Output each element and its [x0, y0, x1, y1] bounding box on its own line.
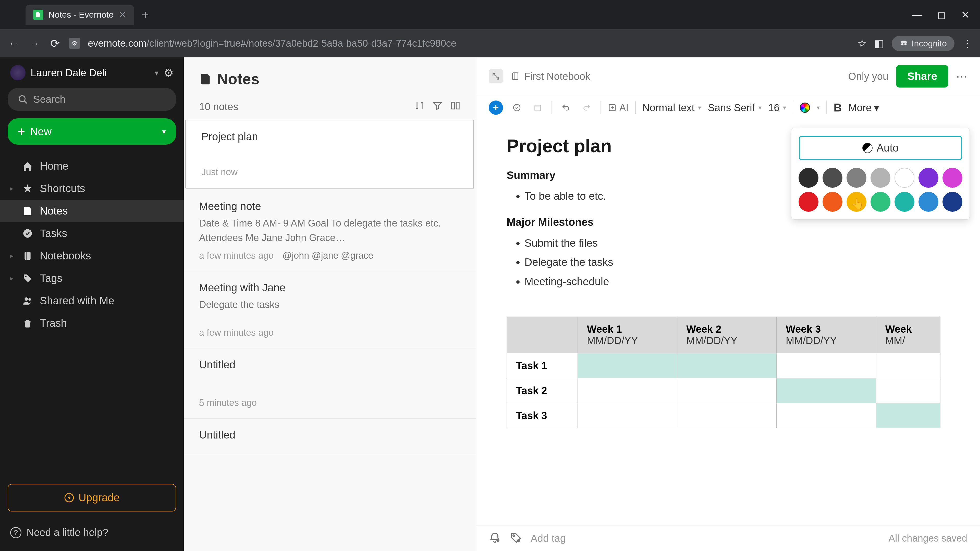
color-swatch[interactable] — [942, 168, 963, 188]
minimize-icon[interactable]: — — [912, 9, 922, 21]
search-input[interactable]: Search — [8, 88, 176, 111]
avatar — [10, 65, 25, 80]
table-header-cell[interactable]: Week 3MM/DD/YY — [776, 317, 876, 353]
tab-close-icon[interactable]: ✕ — [119, 10, 126, 20]
color-swatch[interactable] — [942, 192, 963, 212]
color-swatch[interactable]: 👆 — [846, 192, 866, 212]
sidebar-item-tasks[interactable]: Tasks — [0, 222, 184, 245]
visibility-label[interactable]: Only you — [848, 71, 888, 82]
sidebar-item-notebooks[interactable]: ▸ Notebooks — [0, 245, 184, 267]
sidebar-item-trash[interactable]: Trash — [0, 312, 184, 334]
insert-button[interactable] — [489, 100, 503, 115]
color-swatch[interactable] — [918, 168, 939, 188]
upgrade-button[interactable]: Upgrade — [8, 484, 176, 511]
editor-header: First Notebook Only you Share ⋯ — [476, 57, 980, 95]
color-swatch[interactable] — [846, 168, 866, 188]
text-color-button[interactable] — [800, 103, 810, 113]
sidebar-item-home[interactable]: Home — [0, 155, 184, 177]
color-swatch[interactable] — [799, 192, 818, 212]
note-card[interactable]: Meeting note Date & Time 8 AM- 9 AM Goal… — [184, 190, 476, 272]
sort-icon[interactable] — [414, 100, 425, 113]
table-row[interactable]: Task 1 — [507, 353, 940, 378]
color-swatch[interactable] — [799, 168, 818, 188]
table-header-cell[interactable]: WeekMM/ — [876, 317, 940, 353]
font-size-dropdown[interactable]: 16 ▾ — [768, 102, 786, 114]
bold-button[interactable]: B — [834, 101, 842, 114]
color-swatch[interactable] — [822, 168, 842, 188]
people-icon — [22, 295, 33, 306]
sidebar-item-tags[interactable]: ▸ Tags — [0, 267, 184, 289]
text-style-dropdown[interactable]: Normal text ▾ — [642, 102, 701, 114]
color-auto-button[interactable]: Auto — [799, 136, 962, 160]
table-row[interactable]: Task 3 — [507, 403, 940, 428]
calendar-button[interactable] — [531, 100, 545, 115]
color-swatch[interactable] — [894, 192, 915, 212]
color-swatch[interactable] — [870, 192, 891, 212]
table-header-cell[interactable]: Week 2MM/DD/YY — [677, 317, 776, 353]
bullet-item[interactable]: Submit the files — [525, 233, 950, 253]
bullet-item[interactable]: Meeting-schedule — [525, 272, 950, 291]
side-panel-icon[interactable]: ◧ — [874, 38, 884, 49]
expand-triangle-icon[interactable]: ▸ — [10, 275, 15, 282]
expand-triangle-icon[interactable]: ▸ — [10, 185, 15, 192]
table-header-cell[interactable]: Week 1MM/DD/YY — [578, 317, 677, 353]
color-swatch[interactable] — [918, 192, 939, 212]
sparkle-icon — [608, 103, 617, 112]
sidebar-item-shortcuts[interactable]: ▸ Shortcuts — [0, 177, 184, 200]
new-note-button[interactable]: + New ▾ — [8, 118, 176, 144]
note-card[interactable]: Untitled 5 minutes ago — [184, 348, 476, 419]
sidebar-item-shared[interactable]: Shared with Me — [0, 289, 184, 312]
color-swatch[interactable] — [894, 168, 915, 188]
color-swatch[interactable] — [822, 192, 842, 212]
note-card[interactable]: Project plan Just now — [185, 120, 474, 189]
reminder-icon[interactable]: + — [489, 532, 502, 545]
site-info-icon[interactable]: ⚙ — [69, 38, 80, 49]
ai-button[interactable]: AI — [608, 102, 628, 113]
editor-footer: + + Add tag All changes saved — [476, 525, 980, 551]
note-card[interactable]: Meeting with Jane Delegate the tasks a f… — [184, 272, 476, 348]
table-header-cell[interactable] — [507, 317, 578, 353]
chevron-down-icon[interactable]: ▾ — [817, 104, 820, 111]
svg-line-3 — [24, 101, 27, 103]
expand-button[interactable] — [489, 69, 503, 83]
font-family-dropdown[interactable]: Sans Serif ▾ — [708, 102, 762, 114]
url-field[interactable]: evernote.com/client/web?login=true#/note… — [88, 38, 850, 49]
add-tag-input[interactable]: Add tag — [531, 533, 881, 544]
note-card[interactable]: Untitled — [184, 419, 476, 455]
add-tag-icon[interactable]: + — [510, 532, 523, 545]
back-button[interactable]: ← — [8, 37, 21, 50]
notebook-selector[interactable]: First Notebook — [511, 71, 590, 82]
sidebar-item-notes[interactable]: Notes — [0, 200, 184, 222]
svg-rect-5 — [24, 252, 30, 260]
bookmark-star-icon[interactable]: ☆ — [858, 38, 867, 49]
project-table[interactable]: Week 1MM/DD/YY Week 2MM/DD/YY Week 3MM/D… — [507, 317, 940, 428]
lightning-icon — [64, 492, 74, 503]
reload-button[interactable]: ⟳ — [48, 37, 61, 50]
browser-tab[interactable]: Notes - Evernote ✕ — [25, 5, 134, 25]
undo-button[interactable] — [558, 100, 573, 115]
color-swatch[interactable] — [870, 168, 891, 188]
svg-rect-12 — [456, 102, 459, 109]
task-button[interactable] — [510, 100, 524, 115]
filter-icon[interactable] — [432, 100, 442, 113]
forward-button[interactable]: → — [28, 37, 41, 50]
expand-triangle-icon[interactable]: ▸ — [10, 252, 15, 259]
table-row[interactable]: Task 2 — [507, 378, 940, 403]
svg-point-7 — [25, 276, 27, 277]
toolbar-more-dropdown[interactable]: More ▾ — [848, 102, 879, 114]
editor-body[interactable]: Project plan Summary To be able to etc. … — [476, 120, 980, 525]
help-link[interactable]: ? Need a little help? — [8, 522, 176, 543]
close-window-icon[interactable]: ✕ — [961, 9, 970, 21]
share-button[interactable]: Share — [896, 65, 948, 87]
bullet-item[interactable]: Delegate the tasks — [525, 252, 950, 272]
redo-button[interactable] — [579, 100, 594, 115]
settings-gear-icon[interactable]: ⚙ — [164, 66, 173, 79]
account-switcher[interactable]: Lauren Dale Deli ▾ ⚙ — [0, 65, 184, 88]
new-tab-button[interactable]: + — [142, 8, 149, 22]
maximize-icon[interactable]: ◻ — [937, 9, 946, 21]
view-toggle-icon[interactable] — [450, 100, 460, 113]
tasks-icon — [22, 228, 33, 238]
more-actions-icon[interactable]: ⋯ — [956, 70, 967, 83]
browser-menu-icon[interactable]: ⋮ — [962, 38, 972, 49]
incognito-badge[interactable]: Incognito — [892, 36, 955, 51]
